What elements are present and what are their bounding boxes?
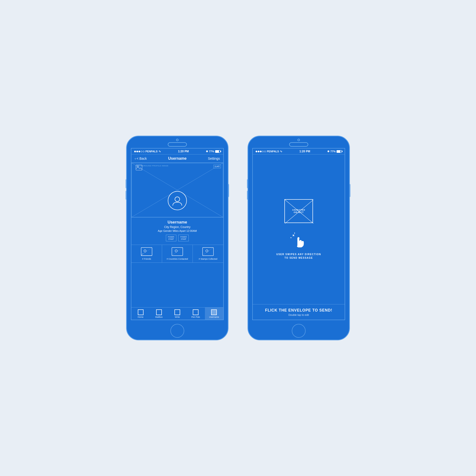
content-area [131, 263, 223, 307]
svg-point-5 [175, 197, 180, 202]
p2-signal-dot-2 [258, 151, 259, 152]
bg-image-placeholder: BACKGROUND PROFILE IMAGE FLAG [131, 163, 223, 218]
home-button[interactable] [170, 324, 184, 338]
tab-username[interactable]: Username [205, 307, 223, 320]
svg-line-13 [172, 248, 183, 255]
friends-icon [141, 247, 153, 257]
wifi-icon: ∿ [158, 150, 161, 153]
stats-row: # Friends # Countries Contacted [131, 245, 223, 263]
back-button[interactable]: ‹ < Back [135, 157, 147, 160]
power-button[interactable] [228, 184, 229, 197]
back-chevron-icon: ‹ [135, 157, 136, 160]
svg-point-8 [144, 250, 146, 252]
p2-battery-tip [342, 151, 342, 152]
avatar-circle [168, 191, 187, 210]
send-footer-title: FLICK THE ENVELOPE TO SEND! [256, 308, 341, 312]
phone-1: PENPALS ∿ 1:20 PM ✱ 77% ‹ < Back [126, 136, 228, 340]
stat-stamps[interactable]: # Stamps Collected [193, 245, 223, 262]
animated-object-container: ANIMATEDOBJECT [284, 199, 313, 223]
tab-home[interactable]: Home [131, 307, 150, 320]
signal-dot-4 [141, 151, 142, 152]
p2-signal-dot-3 [260, 151, 262, 152]
nav-bar: ‹ < Back Username Settings [131, 154, 223, 163]
p2-battery-bar [337, 150, 342, 153]
tab-home-label: Home [138, 316, 143, 318]
signal-dot-3 [138, 151, 140, 152]
mailbox-icon [156, 309, 162, 315]
swipe-label: USER SWIPES ANY DIRECTIONTO SEND MESSAGE [276, 253, 321, 260]
signal-dot-1 [134, 151, 136, 152]
stat-stamps-label: # Stamps Collected [199, 258, 217, 260]
send-footer-subtitle: Double tap to edit [256, 313, 341, 316]
status-right: ✱ 77% [206, 150, 221, 153]
tab-write-label: Write [175, 316, 180, 318]
stamps-icon [202, 247, 214, 257]
tab-penpals[interactable]: Pen Pals [187, 307, 205, 320]
p2-signal-dot-1 [255, 151, 257, 152]
tab-mailbox[interactable]: Mailbox [150, 307, 168, 320]
stamp-line1: POWER [168, 236, 174, 238]
swipe-area[interactable]: USER SWIPES ANY DIRECTIONTO SEND MESSAGE [276, 233, 321, 260]
profile-info: Username City Region, Country Age Gender… [131, 218, 223, 245]
p2-battery-percent: 77% [330, 150, 336, 153]
battery-bar [215, 150, 221, 153]
p2-bluetooth-icon: ✱ [327, 150, 329, 153]
username-icon [211, 309, 217, 315]
phone2-status-bar: PENPALS ∿ 1:20 PM ✱ 77% [253, 149, 345, 154]
phone2-volume-down-button[interactable] [247, 191, 248, 200]
profile-area: BACKGROUND PROFILE IMAGE FLAG [131, 163, 223, 245]
send-screen: PENPALS ∿ 1:20 PM ✱ 77% [253, 149, 345, 320]
volume-down-button[interactable] [126, 191, 127, 200]
animated-object-box: ANIMATEDOBJECT [284, 199, 313, 223]
profile-meta: Age Gender Miles Apart 12:00AM [135, 229, 220, 232]
signal-dots [134, 151, 144, 152]
phone2-home-button[interactable] [292, 324, 306, 338]
stamps-row: POWER STAMP POWER STAMP [135, 235, 220, 241]
svg-line-9 [141, 253, 143, 255]
svg-line-16 [203, 248, 214, 255]
tab-username-label: Username [209, 316, 219, 318]
stamp-line1-2: POWER [180, 236, 187, 238]
battery-percent: 77% [209, 150, 214, 153]
svg-rect-3 [136, 165, 142, 170]
phone2-power-button[interactable] [349, 184, 350, 197]
speaker [168, 142, 187, 147]
phone2-speaker [289, 142, 308, 147]
send-content: ANIMATEDOBJECT [253, 154, 345, 304]
profile-location: City Region, Country [135, 225, 220, 229]
nav-title: Username [168, 156, 186, 161]
battery-tip [221, 151, 221, 152]
svg-line-10 [141, 248, 152, 255]
stat-countries[interactable]: # Countries Contacted [162, 245, 193, 262]
penpals-icon [193, 309, 199, 315]
signal-dot-2 [136, 151, 138, 152]
phone-2: PENPALS ∿ 1:20 PM ✱ 77% [248, 136, 350, 340]
countries-icon [171, 247, 183, 257]
tab-write[interactable]: Write [168, 307, 186, 320]
p2-battery-fill [337, 151, 340, 153]
p2-status-time: 1:20 PM [299, 150, 310, 153]
tab-mailbox-label: Mailbox [155, 316, 163, 318]
back-label: < Back [136, 157, 147, 160]
home-icon [138, 309, 143, 315]
image-icon [136, 165, 142, 171]
flag-badge: FLAG [214, 165, 221, 168]
p2-signal-dot-4 [262, 151, 264, 152]
phone-2-screen: PENPALS ∿ 1:20 PM ✱ 77% [252, 148, 345, 320]
send-footer: FLICK THE ENVELOPE TO SEND! Double tap t… [253, 304, 345, 320]
camera-dot [176, 139, 178, 141]
stamp-badge-2: POWER STAMP [178, 235, 189, 241]
swipe-hand-icon [290, 233, 307, 250]
stat-friends[interactable]: # Friends [131, 245, 162, 262]
p2-status-right: ✱ 77% [327, 150, 342, 153]
stat-friends-label: # Friends [142, 258, 151, 260]
stamp-line2-2: STAMP [180, 238, 187, 240]
phone2-volume-up-button[interactable] [247, 179, 248, 188]
phone2-status-left: PENPALS ∿ [255, 150, 282, 153]
phone2-camera-dot [298, 139, 300, 141]
volume-up-button[interactable] [126, 179, 127, 188]
p2-signal-dot-5 [264, 151, 266, 152]
phones-container: PENPALS ∿ 1:20 PM ✱ 77% ‹ < Back [126, 136, 350, 340]
settings-button[interactable]: Settings [208, 157, 220, 160]
phone2-signal-dots [255, 151, 266, 152]
